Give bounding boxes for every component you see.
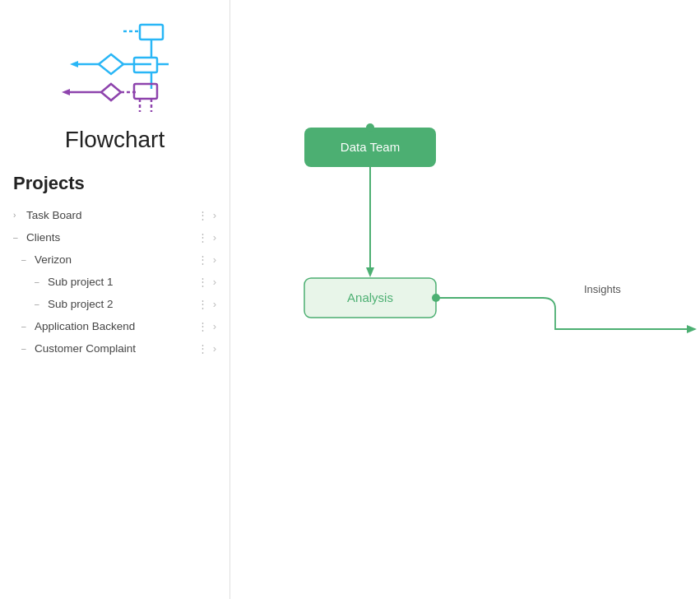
- projects-heading: Projects: [7, 166, 223, 204]
- chevron-icon-task-board[interactable]: ›: [211, 208, 218, 222]
- svg-marker-6: [70, 61, 78, 67]
- sidebar-label-task-board: Task Board: [26, 209, 196, 221]
- dots-icon-clients[interactable]: ⋮: [196, 230, 210, 244]
- dots-icon-app-backend[interactable]: ⋮: [196, 319, 210, 333]
- sidebar-item-application-backend[interactable]: – Application Backend ⋮ ›: [7, 315, 223, 337]
- arrow-to-analysis: [366, 267, 374, 277]
- sidebar-actions-verizon: ⋮ ›: [196, 253, 218, 267]
- sidebar-actions-cust-complaint: ⋮ ›: [196, 341, 218, 355]
- svg-marker-10: [101, 84, 121, 100]
- sidebar-actions-sub1: ⋮ ›: [196, 275, 218, 289]
- node-analysis-label: Analysis: [347, 290, 393, 304]
- chevron-icon-sub1[interactable]: ›: [211, 275, 218, 289]
- expand-icon-cust-complaint: –: [21, 344, 31, 353]
- expand-icon-app-backend: –: [21, 322, 31, 331]
- dots-icon-task-board[interactable]: ⋮: [196, 208, 210, 222]
- dots-icon-cust-complaint[interactable]: ⋮: [196, 341, 210, 355]
- chevron-icon-cust-complaint[interactable]: ›: [211, 341, 218, 355]
- flowchart-svg: Data Team Analysis Insights: [230, 0, 700, 599]
- edge-analysis-to-insights: [436, 298, 691, 329]
- sidebar-item-sub-project-1[interactable]: – Sub project 1 ⋮ ›: [7, 271, 223, 293]
- sidebar-actions-sub2: ⋮ ›: [196, 297, 218, 311]
- arrow-insights: [687, 325, 697, 333]
- sidebar-label-cust-complaint: Customer Complaint: [35, 342, 196, 355]
- sidebar-actions-task-board: ⋮ ›: [196, 208, 218, 222]
- expand-icon-task-board: ›: [13, 211, 23, 220]
- expand-icon-sub1: –: [35, 277, 44, 286]
- sidebar-item-verizon[interactable]: – Verizon ⋮ ›: [7, 248, 223, 271]
- sidebar-actions-clients: ⋮ ›: [196, 230, 218, 244]
- sidebar-item-customer-complaint[interactable]: – Customer Complaint ⋮ ›: [7, 337, 223, 360]
- chevron-icon-verizon[interactable]: ›: [211, 253, 218, 267]
- svg-marker-12: [62, 89, 70, 95]
- sidebar-label-sub1: Sub project 1: [48, 276, 196, 288]
- chevron-icon-sub2[interactable]: ›: [211, 297, 218, 311]
- sidebar-actions-app-backend: ⋮ ›: [196, 319, 218, 333]
- chevron-icon-app-backend[interactable]: ›: [211, 319, 218, 333]
- dots-icon-sub2[interactable]: ⋮: [196, 297, 210, 311]
- sidebar-item-clients[interactable]: – Clients ⋮ ›: [7, 226, 223, 248]
- sidebar-label-clients: Clients: [26, 231, 196, 244]
- node-data-team-label: Data Team: [341, 140, 400, 154]
- sidebar-item-task-board[interactable]: › Task Board ⋮ ›: [7, 204, 223, 226]
- logo-area: Flowchart: [0, 0, 229, 166]
- projects-section: Projects › Task Board ⋮ › – Clients ⋮ › …: [0, 166, 229, 360]
- sidebar-item-sub-project-2[interactable]: – Sub project 2 ⋮ ›: [7, 293, 223, 315]
- main-canvas: Data Team Analysis Insights: [230, 0, 700, 599]
- dots-icon-sub1[interactable]: ⋮: [196, 275, 210, 289]
- svg-rect-1: [140, 25, 163, 39]
- sidebar-label-verizon: Verizon: [35, 253, 196, 266]
- chevron-icon-clients[interactable]: ›: [211, 230, 218, 244]
- sidebar-label-sub2: Sub project 2: [48, 298, 196, 310]
- edge-label-insights: Insights: [584, 283, 621, 295]
- sidebar-label-app-backend: Application Backend: [35, 320, 196, 332]
- dots-icon-verizon[interactable]: ⋮: [196, 253, 210, 267]
- svg-rect-14: [134, 84, 157, 99]
- app-logo: [62, 16, 169, 123]
- svg-marker-4: [99, 54, 123, 74]
- connector-data-team-top: [366, 123, 374, 132]
- expand-icon-verizon: –: [21, 255, 31, 264]
- sidebar: Flowchart Projects › Task Board ⋮ › – Cl…: [0, 0, 230, 599]
- expand-icon-sub2: –: [35, 300, 44, 309]
- app-title: Flowchart: [65, 127, 165, 153]
- expand-icon-clients: –: [13, 233, 23, 242]
